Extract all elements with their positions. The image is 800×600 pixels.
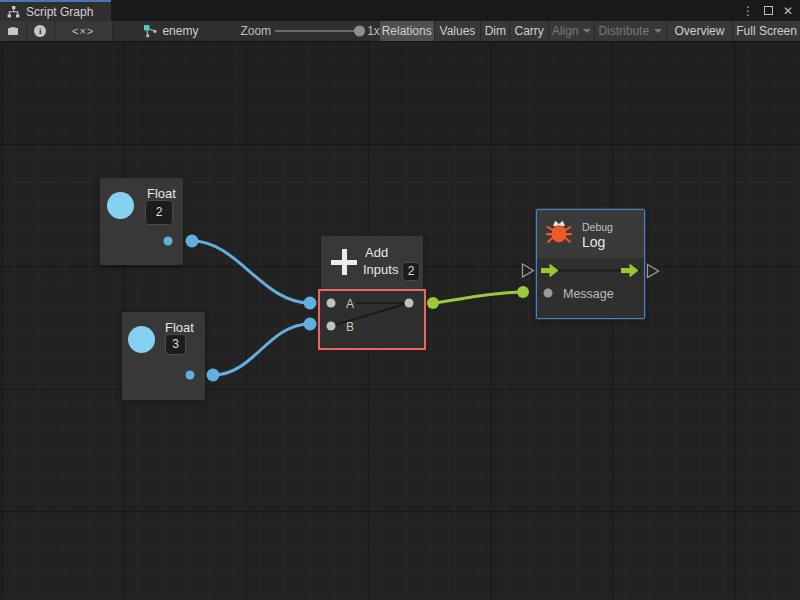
align-label: Align (552, 24, 579, 38)
node-debug-log[interactable]: Debug Log Message (536, 209, 645, 319)
node-float-a[interactable]: Float 2 (100, 178, 183, 265)
code-icon: <×> (72, 25, 94, 37)
full-screen-button[interactable]: Full Screen (733, 21, 800, 41)
carry-label: Carry (514, 24, 543, 38)
distribute-label: Distribute (598, 24, 649, 38)
maximize-glyph (764, 6, 773, 15)
maximize-icon[interactable] (760, 3, 776, 19)
values-label: Values (440, 24, 476, 38)
bug-icon (546, 219, 572, 245)
lock-button[interactable] (0, 21, 27, 41)
float-value-input[interactable]: 2 (145, 200, 173, 225)
script-graph-icon (7, 6, 20, 18)
window-tab-bar: Script Graph ⋮ ✕ (0, 0, 800, 21)
node-subtitle: Inputs (363, 262, 398, 277)
carry-button[interactable]: Carry (510, 21, 549, 41)
window-controls: ⋮ ✕ (740, 0, 796, 21)
node-title: Add (365, 245, 388, 260)
zoom-slider-handle[interactable] (354, 26, 365, 37)
graph-name: enemy (162, 24, 198, 38)
add-inputs-count[interactable]: 2 (402, 262, 420, 281)
full-screen-label: Full Screen (736, 24, 797, 38)
node-add[interactable]: Add Inputs 2 A B (318, 236, 426, 350)
graph-toolbar: i <×> enemy Zoom 1x Relations Values Dim… (0, 21, 800, 42)
info-icon: i (34, 25, 46, 37)
add-icon (331, 249, 357, 275)
node-title: Float (165, 320, 194, 335)
align-button[interactable]: Align (549, 21, 595, 41)
node-title: Float (147, 186, 176, 201)
add-node-header[interactable]: Add Inputs 2 (321, 236, 423, 289)
port-label-a: A (346, 297, 354, 311)
node-category: Debug (582, 221, 613, 233)
lock-icon (6, 24, 20, 39)
overview-button[interactable]: Overview (667, 21, 734, 41)
graph-node-icon (144, 25, 157, 38)
distribute-button[interactable]: Distribute (595, 21, 667, 41)
chevron-down-icon (583, 29, 591, 33)
tab-title: Script Graph (26, 5, 93, 19)
overview-label: Overview (674, 24, 724, 38)
code-view-button[interactable]: <×> (55, 21, 113, 41)
node-title: Log (582, 234, 605, 250)
toolbar-spacer (113, 21, 137, 41)
relations-label: Relations (382, 24, 432, 38)
add-node-ports-highlighted[interactable]: A B (318, 289, 426, 350)
values-button[interactable]: Values (435, 21, 482, 41)
zoom-value: 1x (367, 24, 380, 38)
zoom-label: Zoom (240, 24, 271, 38)
close-icon[interactable]: ✕ (780, 3, 796, 19)
port-label-b: B (346, 320, 354, 334)
node-float-b[interactable]: Float 3 (122, 312, 205, 400)
zoom-slider[interactable] (275, 30, 363, 32)
chevron-down-icon (654, 29, 662, 33)
unity-visual-scripting-window: Script Graph ⋮ ✕ i <×> enemy (0, 0, 800, 600)
zoom-control: Zoom 1x (240, 21, 379, 41)
dim-label: Dim (485, 24, 506, 38)
graph-breadcrumb[interactable]: enemy (136, 21, 206, 41)
tab-script-graph[interactable]: Script Graph (0, 0, 111, 21)
canvas-shading (0, 42, 800, 144)
dim-button[interactable]: Dim (481, 21, 510, 41)
window-menu-icon[interactable]: ⋮ (740, 3, 756, 19)
port-label-message: Message (563, 287, 614, 301)
relations-button[interactable]: Relations (380, 21, 435, 41)
info-button[interactable]: i (27, 21, 55, 41)
float-type-icon (107, 192, 134, 219)
float-value-input[interactable]: 3 (165, 334, 186, 355)
float-type-icon (128, 326, 155, 353)
